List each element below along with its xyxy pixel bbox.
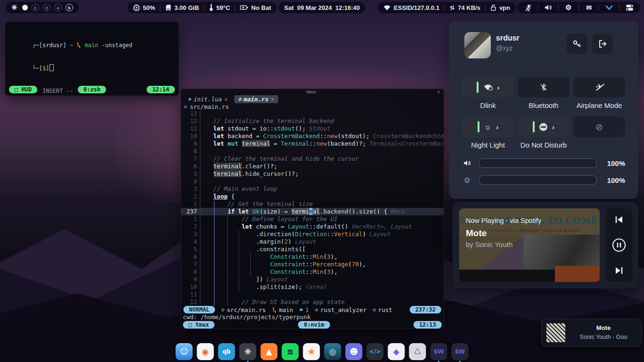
tmux-session-left[interactable]: □ HUD — [9, 86, 37, 93]
code-line[interactable]: 11 — [181, 291, 444, 298]
toggle-bluetooth[interactable] — [518, 77, 570, 98]
code-line[interactable]: 12 // Draw UI based on app state — [181, 298, 444, 306]
terminal-window[interactable]: ┌─[srdusr] ~ main -unstaged └─[$] -- INS… — [5, 21, 179, 96]
code-line[interactable]: 1 // Get the terminal size — [181, 200, 444, 208]
dock-wezterm-1[interactable]: $W — [430, 343, 447, 360]
tray-mic-muted-icon[interactable] — [523, 4, 533, 11]
line-text: // Main event loop — [203, 185, 444, 193]
code-area[interactable]: 1312 // Initialize the terminal backend1… — [181, 110, 444, 306]
dock-photos[interactable]: ❀ — [303, 343, 320, 360]
obs-icon: ❋ — [244, 348, 251, 356]
chevron-right-icon[interactable]: › — [552, 123, 554, 131]
tray-toggles-icon[interactable] — [619, 4, 635, 11]
gutter-separator — [200, 110, 200, 306]
code-line[interactable]: 1 // Define layout for the UI — [181, 215, 444, 223]
editor-window[interactable]: tmux x ●init.lua×⚙main.rs× ⚙ src/main.rs… — [181, 89, 444, 329]
line-text: terminal.hide_cursor()?; — [203, 170, 444, 178]
chevron-right-icon[interactable]: › — [496, 123, 498, 131]
code-line[interactable]: 9 let mut terminal = Terminal::new(backe… — [181, 140, 444, 148]
dock-trash[interactable]: ♺ — [409, 343, 426, 360]
dock-quickbooks[interactable]: qb — [218, 343, 235, 360]
chevron-right-icon[interactable]: › — [497, 83, 500, 91]
clock[interactable]: Sat 09 Mar 2024 12:16:40 — [279, 2, 365, 13]
code-line[interactable]: 4 — [181, 178, 444, 185]
workspace-4[interactable]: 4 — [54, 4, 62, 11]
tray-mail-icon[interactable]: ✉ — [578, 4, 594, 11]
slider-track[interactable] — [479, 175, 597, 185]
pause-button[interactable] — [612, 238, 626, 252]
code-line[interactable]: 7 Constraint::Percentage(70), — [181, 261, 444, 268]
code-line[interactable]: 5 terminal.hide_cursor()?; — [181, 170, 444, 178]
code-line[interactable]: 11 let stdout = io::stdout(); Stdout — [181, 125, 444, 132]
net-lock[interactable]: vpn — [485, 4, 510, 11]
workspace-3[interactable]: 3 — [43, 4, 50, 11]
dock-firefox[interactable]: ◉ — [197, 343, 214, 360]
toggle-dlink[interactable]: › — [462, 77, 514, 98]
dock-vscode[interactable]: </> — [367, 343, 384, 360]
toggle-night-light[interactable]: ☼› — [462, 116, 514, 137]
code-line[interactable]: 9 ]) Layout — [181, 276, 444, 283]
net-updown[interactable]: 74 KB/s — [444, 4, 480, 11]
code-line-current[interactable]: 237 if let Ok(size) = terminal.backend()… — [181, 208, 444, 215]
tab-close-icon[interactable]: × — [271, 95, 274, 103]
dock-spotify[interactable]: ≋ — [282, 343, 299, 360]
code-line[interactable]: 10 .split(size); (area) — [181, 283, 444, 291]
code-line[interactable]: 13 — [181, 110, 444, 117]
dock-obs[interactable]: ❋ — [239, 343, 256, 360]
network-status[interactable]: ESSID/127.0.0.174 KB/svpn — [378, 2, 516, 13]
trash-icon: ♺ — [414, 348, 421, 356]
photos-icon: ❀ — [308, 348, 314, 356]
tab-init.lua[interactable]: ●init.lua× — [185, 95, 231, 103]
chevron-down-icon — [605, 5, 613, 10]
wifi-lock-icon — [483, 83, 493, 91]
code-line[interactable]: 3 .direction(Direction::Vertical) Layout — [181, 230, 444, 238]
code-line[interactable]: 2 loop { — [181, 193, 444, 200]
dock-steam[interactable]: ◎ — [324, 343, 341, 360]
code-line[interactable]: 10 let backend = CrosstermBackend::new(s… — [181, 132, 444, 140]
code-line[interactable]: 12 // Initialize the terminal backend — [181, 117, 444, 125]
tab-label: init.lua — [193, 95, 222, 103]
workspace-switcher[interactable]: ✳ 2345 — [6, 2, 79, 13]
workspace-1[interactable] — [22, 5, 28, 10]
code-line[interactable]: 7 // Clear the terminal and hide the cur… — [181, 155, 444, 163]
workspace-2[interactable]: 2 — [32, 4, 39, 11]
net-wifi[interactable]: ESSID/127.0.0.1 — [383, 4, 439, 11]
code-line[interactable]: 8 Constraint::Min(3), — [181, 268, 444, 276]
toggle-do-not-disturb[interactable]: › — [518, 116, 570, 137]
notification-toast[interactable]: Mote Sonic Youth - Goo — [541, 319, 642, 347]
tab-main.rs[interactable]: ⚙main.rs× — [234, 95, 278, 103]
code-line[interactable]: 6 Constraint::Min(3), — [181, 253, 444, 261]
tmux-session-left[interactable]: □ tmux — [183, 321, 215, 329]
window-close-button[interactable]: x — [438, 90, 440, 94]
line-text: // Get the terminal size — [203, 200, 444, 208]
workspace-5[interactable]: 5 — [66, 4, 73, 11]
tmux-window[interactable]: 0:zsh — [78, 86, 106, 93]
dock-finder[interactable]: ☺ — [176, 343, 193, 360]
code-line[interactable]: 4 .margin(2) Layout — [181, 238, 444, 246]
tray-settings-icon[interactable]: ⚙ — [558, 3, 574, 12]
statusline-branch: main — [279, 306, 293, 313]
lock-keys-button[interactable] — [567, 33, 587, 54]
code-line[interactable]: 8 — [181, 148, 444, 155]
dock-discord[interactable]: ☻ — [346, 343, 363, 360]
tab-close-icon[interactable]: × — [224, 95, 228, 103]
code-line[interactable]: 3 // Main event loop — [181, 185, 444, 193]
tray-chevron-down-icon[interactable] — [599, 5, 614, 10]
buffer-tabs[interactable]: ●init.lua×⚙main.rs× — [185, 95, 278, 103]
tmux-window[interactable]: 0:nvim — [298, 321, 330, 329]
code-line[interactable]: 2 let chunks = Layout::default() Vec<Rec… — [181, 223, 444, 230]
next-track-button[interactable] — [614, 266, 624, 275]
system-tray[interactable]: ⚙✉ — [517, 2, 640, 13]
tray-volume-icon[interactable] — [538, 4, 553, 11]
toggle-airplane-mode[interactable]: ✈ — [573, 77, 625, 98]
dock-vlc[interactable]: ▲ — [261, 343, 278, 360]
toggle-empty[interactable]: ⊘ — [573, 116, 625, 137]
slider-track[interactable] — [479, 158, 597, 168]
dock: ☺◉qb❋▲≋❀◎☻</>◆♺$W$W — [176, 343, 469, 360]
dock-wezterm-2[interactable]: $W — [452, 343, 469, 360]
code-line[interactable]: 6 terminal.clear()?; — [181, 163, 444, 170]
logout-button[interactable] — [592, 33, 613, 54]
dock-obsidian[interactable]: ◆ — [388, 343, 405, 360]
code-line[interactable]: 5 .constraints([ — [181, 246, 444, 253]
previous-track-button[interactable] — [614, 215, 624, 224]
